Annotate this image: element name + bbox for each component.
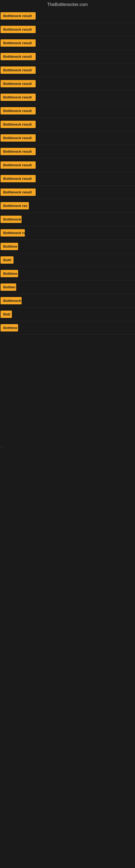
bottleneck-badge-13[interactable]: Bottleneck result bbox=[1, 175, 36, 182]
bottleneck-row-6: Bottleneck result bbox=[0, 77, 135, 91]
bottleneck-row-3: Bottleneck result bbox=[0, 36, 135, 50]
bottleneck-badge-17[interactable]: Bottleneck re bbox=[1, 229, 25, 237]
bottleneck-badge-12[interactable]: Bottleneck result bbox=[1, 161, 36, 169]
bottleneck-row-8: Bottleneck result bbox=[0, 104, 135, 118]
bottleneck-badge-1[interactable]: Bottleneck result bbox=[1, 12, 36, 20]
bottleneck-badge-5[interactable]: Bottleneck result bbox=[1, 66, 36, 74]
bottleneck-badge-19[interactable]: Bottl bbox=[1, 256, 13, 264]
site-title: TheBottlenecker.com bbox=[0, 0, 135, 9]
bottleneck-badge-4[interactable]: Bottleneck result bbox=[1, 53, 36, 60]
bottleneck-badge-20[interactable]: Bottlene bbox=[1, 270, 18, 277]
bottleneck-row-12: Bottleneck result bbox=[0, 158, 135, 172]
bottleneck-row-14: Bottleneck result bbox=[0, 186, 135, 199]
bottleneck-row-9: Bottleneck result bbox=[0, 118, 135, 131]
bottleneck-badge-14[interactable]: Bottleneck result bbox=[1, 188, 36, 196]
bottleneck-badge-10[interactable]: Bottleneck result bbox=[1, 134, 36, 142]
bottleneck-row-16: Bottleneck bbox=[0, 213, 135, 226]
bottleneck-badge-11[interactable]: Bottleneck result bbox=[1, 148, 36, 155]
bottleneck-row-17: Bottleneck re bbox=[0, 226, 135, 240]
bottleneck-row-19: Bottl bbox=[0, 253, 135, 267]
bottleneck-badge-6[interactable]: Bottleneck result bbox=[1, 80, 36, 87]
bottleneck-row-1: Bottleneck result bbox=[0, 9, 135, 23]
bottleneck-row-2: Bottleneck result bbox=[0, 23, 135, 36]
bottleneck-row-5: Bottleneck result bbox=[0, 63, 135, 77]
bottleneck-row-10: Bottleneck result bbox=[0, 131, 135, 145]
bottleneck-row-13: Bottleneck result bbox=[0, 172, 135, 186]
bottleneck-badge-7[interactable]: Bottleneck result bbox=[1, 94, 36, 101]
bottleneck-badge-21[interactable]: Bottlen bbox=[1, 283, 16, 291]
bottleneck-row-22: Bottleneck bbox=[0, 294, 135, 308]
bottleneck-badge-8[interactable]: Bottleneck result bbox=[1, 107, 36, 115]
bottleneck-row-15: Bottleneck res bbox=[0, 199, 135, 213]
bottleneck-badge-9[interactable]: Bottleneck result bbox=[1, 121, 36, 128]
bottleneck-badge-18[interactable]: Bottlene bbox=[1, 243, 18, 250]
bottleneck-row-4: Bottleneck result bbox=[0, 50, 135, 63]
bottleneck-row-7: Bottleneck result bbox=[0, 91, 135, 104]
bottleneck-badge-2[interactable]: Bottleneck result bbox=[1, 26, 36, 33]
bottleneck-badge-3[interactable]: Bottleneck result bbox=[1, 39, 36, 46]
bottleneck-row-21: Bottlen bbox=[0, 280, 135, 294]
bottleneck-badge-16[interactable]: Bottleneck bbox=[1, 216, 21, 223]
bottleneck-row-23: Bott bbox=[0, 308, 135, 321]
bottleneck-badge-15[interactable]: Bottleneck res bbox=[1, 202, 29, 209]
bottleneck-row-11: Bottleneck result bbox=[0, 145, 135, 158]
bottleneck-row-24: Bottlene bbox=[0, 321, 135, 335]
footer-ellipsis: ... bbox=[0, 443, 135, 449]
bottleneck-badge-22[interactable]: Bottleneck bbox=[1, 297, 21, 304]
bottleneck-row-20: Bottlene bbox=[0, 267, 135, 280]
bottleneck-badge-23[interactable]: Bott bbox=[1, 311, 12, 318]
bottleneck-badge-24[interactable]: Bottlene bbox=[1, 324, 18, 332]
bottleneck-row-18: Bottlene bbox=[0, 240, 135, 253]
